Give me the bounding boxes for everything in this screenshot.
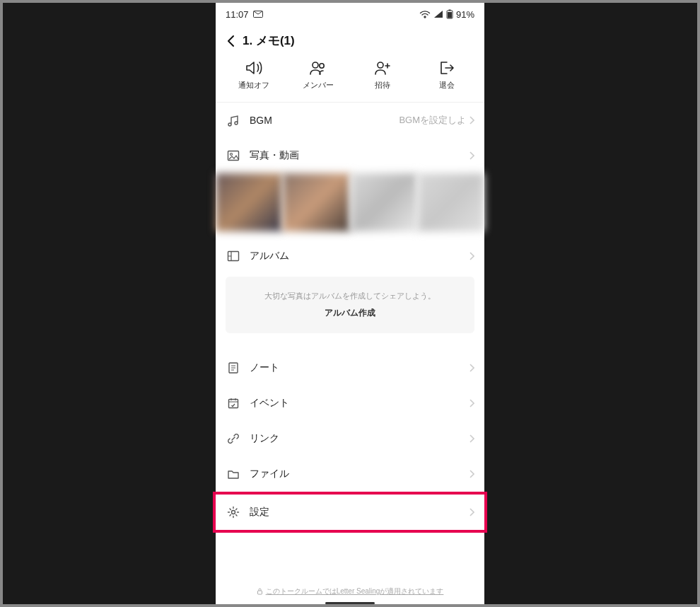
status-time: 11:07	[226, 9, 249, 20]
highlight-box: 設定	[213, 492, 487, 533]
settings-row[interactable]: 設定	[216, 495, 484, 530]
mail-icon	[253, 11, 263, 18]
album-create-cta: アルバム作成	[234, 307, 466, 319]
chevron-right-icon	[469, 434, 474, 443]
gear-icon	[226, 506, 241, 519]
row-label: BGM	[250, 115, 399, 126]
row-label: ノート	[250, 362, 469, 374]
signal-icon	[433, 10, 443, 18]
bgm-value: BGMを設定しよ	[399, 114, 466, 127]
thumbnail[interactable]	[283, 173, 349, 231]
chevron-right-icon	[469, 470, 474, 478]
calendar-icon	[226, 397, 241, 410]
svg-point-12	[232, 511, 235, 514]
file-row[interactable]: ファイル	[216, 456, 484, 492]
photo-thumbnails[interactable]	[216, 173, 484, 238]
speaker-icon	[245, 60, 263, 76]
chevron-right-icon	[469, 151, 474, 160]
chevron-right-icon	[469, 364, 474, 372]
invite-icon	[373, 60, 392, 76]
album-icon	[226, 250, 241, 262]
row-label: イベント	[250, 397, 469, 410]
wifi-icon	[419, 10, 431, 18]
battery-icon	[446, 9, 453, 19]
chevron-right-icon	[469, 252, 474, 260]
status-bar: 11:07 91%	[216, 3, 484, 23]
action-label: 退会	[439, 80, 455, 91]
footer-text: このトークルームではLetter Sealingが適用されています	[266, 586, 444, 596]
svg-rect-2	[448, 10, 450, 11]
svg-rect-13	[257, 591, 262, 594]
leave-button[interactable]: 退会	[414, 60, 479, 91]
row-label: アルバム	[250, 250, 469, 262]
folder-icon	[226, 468, 241, 480]
svg-point-8	[231, 154, 233, 156]
event-row[interactable]: イベント	[216, 386, 484, 421]
thumbnail[interactable]	[216, 173, 282, 231]
svg-rect-3	[448, 12, 452, 18]
header: 1. メモ(1)	[216, 23, 484, 56]
svg-point-4	[313, 62, 318, 68]
image-icon	[226, 149, 241, 162]
action-label: メンバー	[303, 80, 334, 91]
link-row[interactable]: リンク	[216, 421, 484, 456]
back-icon[interactable]	[226, 35, 235, 47]
thumbnail[interactable]	[418, 173, 484, 231]
music-icon	[226, 114, 241, 127]
phone-screen: 11:07 91% 1. メモ(1)	[216, 3, 484, 604]
chevron-right-icon	[469, 508, 474, 516]
svg-point-6	[378, 62, 383, 68]
menu-list: BGM BGMを設定しよ 写真・動画 アルバム	[216, 103, 484, 533]
row-label: 写真・動画	[250, 149, 469, 162]
battery-percent: 91%	[456, 9, 474, 20]
members-icon	[309, 60, 327, 76]
row-label: リンク	[250, 432, 469, 445]
album-row[interactable]: アルバム	[216, 238, 484, 274]
home-indicator	[325, 602, 375, 604]
members-button[interactable]: メンバー	[286, 60, 350, 91]
album-create-box[interactable]: 大切な写真はアルバムを作成してシェアしよう。 アルバム作成	[226, 277, 474, 333]
invite-button[interactable]: 招待	[350, 60, 414, 91]
action-label: 招待	[375, 80, 390, 91]
letter-sealing-footer[interactable]: このトークルームではLetter Sealingが適用されています	[216, 572, 484, 601]
svg-rect-11	[229, 400, 238, 408]
note-icon	[226, 362, 241, 374]
chevron-right-icon	[469, 116, 474, 125]
notify-off-button[interactable]: 通知オフ	[221, 60, 286, 91]
page-title: 1. メモ(1)	[243, 33, 295, 49]
row-label: 設定	[250, 506, 469, 519]
row-label: ファイル	[250, 468, 469, 480]
action-label: 通知オフ	[238, 80, 269, 91]
lock-icon	[257, 588, 263, 595]
exit-icon	[438, 60, 456, 76]
thumbnail[interactable]	[351, 173, 417, 231]
svg-point-5	[319, 64, 323, 68]
chevron-right-icon	[469, 399, 474, 407]
album-hint: 大切な写真はアルバムを作成してシェアしよう。	[234, 291, 466, 301]
bgm-row[interactable]: BGM BGMを設定しよ	[216, 103, 484, 138]
link-icon	[226, 432, 241, 445]
quick-actions: 通知オフ メンバー 招待 退会	[216, 56, 484, 103]
note-row[interactable]: ノート	[216, 350, 484, 386]
photos-row[interactable]: 写真・動画	[216, 138, 484, 173]
